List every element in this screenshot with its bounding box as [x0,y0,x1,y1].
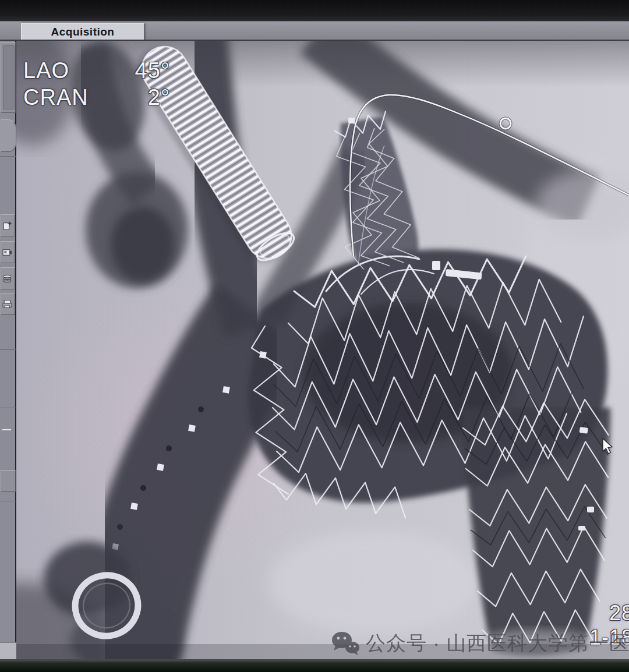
slider-mark [2,429,11,430]
star-tool-button[interactable] [1,214,15,236]
film-tool-button[interactable] [1,241,15,263]
projection-overlay: LAO 45° CRAN 2° [23,57,170,111]
projection-cran: CRAN 2° [23,84,170,111]
projection-lao-label: LAO [23,57,69,84]
lower-panel-button[interactable] [1,470,16,492]
display-button[interactable] [1,42,16,113]
printer-icon [2,299,12,309]
tab-acquisition[interactable]: Acquisition [21,23,144,40]
layers-tool-button[interactable] [1,267,15,289]
angiogram-image [16,41,629,659]
film-icon [2,247,12,257]
print-tool-button[interactable] [1,293,15,315]
titlebar: Acquisition [0,21,629,41]
projection-cran-label: CRAN [23,84,89,111]
monitor-bezel-top [0,0,629,21]
knob-button[interactable] [1,119,16,152]
counter-top: 28 [589,601,629,625]
star-icon [2,221,12,231]
watermark-text: 公众号 · 山西医科大学第一医院 [366,630,629,657]
tab-acquisition-label: Acquisition [51,26,115,38]
projection-lao: LAO 45° [23,57,170,84]
projection-lao-value: 45° [135,57,170,84]
layers-icon [2,274,12,284]
wechat-icon [331,631,360,656]
toolbar-sidebar [0,41,16,659]
mouse-cursor [602,438,614,455]
sidebar-footer-block [0,642,16,660]
watermark: 公众号 · 山西医科大学第一医院 [331,630,629,657]
xray-viewport[interactable]: LAO 45° CRAN 2° 28 1-18 [16,41,629,659]
monitor-bezel-bottom [0,659,629,672]
monitor-photo: Acquisition [0,0,629,672]
projection-cran-value: 2° [148,84,170,111]
